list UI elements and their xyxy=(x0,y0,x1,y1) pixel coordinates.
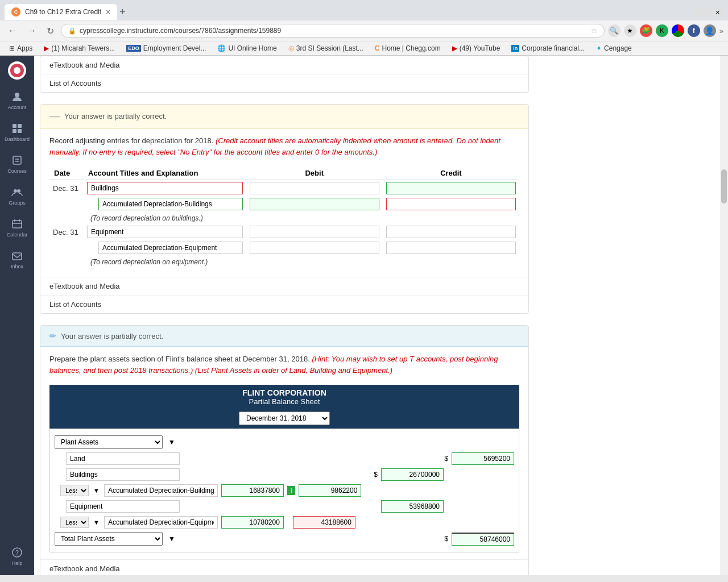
etextbook-link-top[interactable]: eTextbook and Media xyxy=(40,56,528,74)
list-accounts-link-2[interactable]: List of Accounts xyxy=(40,296,528,313)
bs-land-amount[interactable] xyxy=(452,452,514,465)
bs-buildings-amount[interactable] xyxy=(381,468,444,481)
title-bar: C Ch9 to Ch12 Extra Credit × + × xyxy=(0,0,728,20)
bookmark-ui[interactable]: 🌐 UI Online Home xyxy=(213,43,281,53)
account-input-accum-buildings[interactable] xyxy=(98,198,243,210)
sidebar-item-help[interactable]: ? Help xyxy=(0,541,34,571)
memo-cell-2: (To record depreciation on equipment.) xyxy=(84,256,519,268)
sidebar-item-groups[interactable]: Groups xyxy=(0,181,34,210)
credit-input-accum-buildings[interactable] xyxy=(386,198,516,210)
bs-land-input[interactable] xyxy=(66,452,180,465)
bs-buildings-input[interactable] xyxy=(66,468,180,481)
forward-button[interactable]: → xyxy=(24,24,40,37)
bookmark-employment[interactable]: EDO Employment Devel... xyxy=(122,43,210,53)
maximize-button[interactable] xyxy=(705,8,713,16)
sidebar-item-inbox[interactable]: Inbox xyxy=(0,244,34,274)
more-icon[interactable]: » xyxy=(719,27,723,35)
debit-input-accum-buildings[interactable] xyxy=(250,198,379,210)
bookmark-ui-label: UI Online Home xyxy=(228,44,276,52)
account-input-buildings[interactable] xyxy=(87,182,243,194)
debit-input-buildings[interactable] xyxy=(250,182,379,194)
bs-accum-equipment-amount[interactable] xyxy=(221,516,284,529)
address-bar[interactable]: 🔒 cypresscollege.instructure.com/courses… xyxy=(61,24,605,38)
user-profile-icon[interactable]: 👤 xyxy=(704,24,716,37)
help-label: Help xyxy=(12,560,23,566)
bs-accum-buildings-amount[interactable] xyxy=(221,484,284,497)
memo-text-equipment: (To record depreciation on equipment.) xyxy=(87,257,211,267)
sidebar-item-calendar[interactable]: Calendar xyxy=(0,213,34,242)
facebook-icon[interactable]: f xyxy=(688,24,700,37)
minimize-button[interactable] xyxy=(695,8,703,16)
main-content: eTextbook and Media List of Accounts — Y… xyxy=(34,56,720,575)
bs-less-select-buildings[interactable]: Less xyxy=(60,485,89,496)
section3-links: eTextbook and Media List of Accounts xyxy=(40,559,528,575)
calendar-label: Calendar xyxy=(7,232,28,238)
scrollbar-thumb[interactable] xyxy=(721,169,727,203)
search-icon[interactable]: 🔍 xyxy=(608,24,621,37)
url-text: cypresscollege.instructure.com/courses/7… xyxy=(80,27,588,35)
bookmark-cengage[interactable]: ✦ Cengage xyxy=(592,43,636,53)
chrome-icon[interactable] xyxy=(672,24,684,37)
bs-accum-buildings-input[interactable] xyxy=(104,484,218,497)
bookmark-apps[interactable]: ⊞ Apps xyxy=(5,43,37,53)
credit-cell-5 xyxy=(383,240,519,256)
bs-total-select[interactable]: Total Plant Assets xyxy=(55,532,163,546)
sidebar-item-courses[interactable]: Courses xyxy=(0,149,34,178)
bs-info-btn[interactable]: i xyxy=(287,486,295,495)
list-accounts-link-top[interactable]: List of Accounts xyxy=(40,74,528,92)
sidebar-item-account[interactable]: Account xyxy=(0,85,34,115)
star-icon[interactable]: ☆ xyxy=(591,27,597,35)
bs-equipment-amount[interactable] xyxy=(381,500,444,513)
bs-total-amount[interactable] xyxy=(452,533,514,546)
scrollbar-track xyxy=(720,56,728,575)
new-tab-button[interactable]: + xyxy=(119,6,126,18)
account-input-accum-equipment[interactable] xyxy=(98,242,243,254)
refresh-button[interactable]: ↻ xyxy=(43,24,57,38)
bs-equipment-net[interactable] xyxy=(293,516,355,529)
minus-icon: — xyxy=(49,110,60,122)
close-button[interactable]: × xyxy=(715,8,723,16)
account-input-equipment[interactable] xyxy=(87,226,243,238)
credit-input-accum-equipment[interactable] xyxy=(386,242,516,254)
bookmark-chegg[interactable]: C Home | Chegg.com xyxy=(370,43,445,53)
bookmark-youtube2[interactable]: ▶ (49) YouTube xyxy=(448,43,505,53)
bs-buildings-net[interactable] xyxy=(299,484,361,497)
canvas-icon: ◎ xyxy=(288,44,294,52)
profile-icon[interactable]: K xyxy=(656,24,668,37)
etextbook-link-3[interactable]: eTextbook and Media xyxy=(40,559,528,575)
bookmark-youtube1[interactable]: ▶ (1) Micarah Tewers... xyxy=(39,43,119,53)
calendar-icon xyxy=(10,217,24,231)
svg-rect-4 xyxy=(13,124,16,128)
svg-point-2 xyxy=(14,67,20,74)
debit-input-accum-equipment[interactable] xyxy=(250,242,379,254)
bookmark-linkedin[interactable]: in Corporate financial... xyxy=(507,43,589,53)
bs-accum-buildings-row: Less ▼ i xyxy=(60,483,514,498)
bs-dollar-total: $ xyxy=(444,535,448,543)
tab-close-button[interactable]: × xyxy=(106,7,110,16)
bs-equipment-input[interactable] xyxy=(66,500,180,513)
bs-plant-assets-select[interactable]: Plant Assets xyxy=(55,435,163,449)
etextbook-link-2[interactable]: eTextbook and Media xyxy=(40,277,528,296)
debit-input-equipment[interactable] xyxy=(250,226,379,238)
bs-dropdown-arrow: ▼ xyxy=(168,438,175,446)
svg-point-3 xyxy=(15,93,19,97)
bs-title: Partial Balance Sheet xyxy=(53,397,516,406)
bs-accum-equipment-input[interactable] xyxy=(104,516,218,529)
table-row xyxy=(49,240,519,256)
sidebar-item-dashboard[interactable]: Dashboard xyxy=(0,117,34,147)
debit-header: Debit xyxy=(246,167,383,180)
balance-sheet-section: ✏ Your answer is partially correct. Prep… xyxy=(40,325,529,575)
balance-sheet-container: FLINT CORPORATION Partial Balance Sheet … xyxy=(49,385,519,552)
date-cell-4: Dec. 31 xyxy=(49,224,84,240)
credit-input-equipment[interactable] xyxy=(386,226,516,238)
bs-less-select-equipment[interactable]: Less xyxy=(60,517,89,528)
bookmark-si[interactable]: ◎ 3rd SI Session (Last... xyxy=(284,43,368,53)
bs-land-row: $ xyxy=(66,451,514,467)
bs-date-select[interactable]: December 31, 2018 xyxy=(239,411,330,425)
credit-input-buildings[interactable] xyxy=(386,182,516,194)
bookmark-icon[interactable]: ★ xyxy=(624,24,636,37)
youtube-icon-2: ▶ xyxy=(452,44,457,52)
active-tab[interactable]: C Ch9 to Ch12 Extra Credit × xyxy=(5,4,117,20)
back-button[interactable]: ← xyxy=(5,24,20,37)
extensions-icon[interactable]: 🧩 xyxy=(640,24,652,37)
